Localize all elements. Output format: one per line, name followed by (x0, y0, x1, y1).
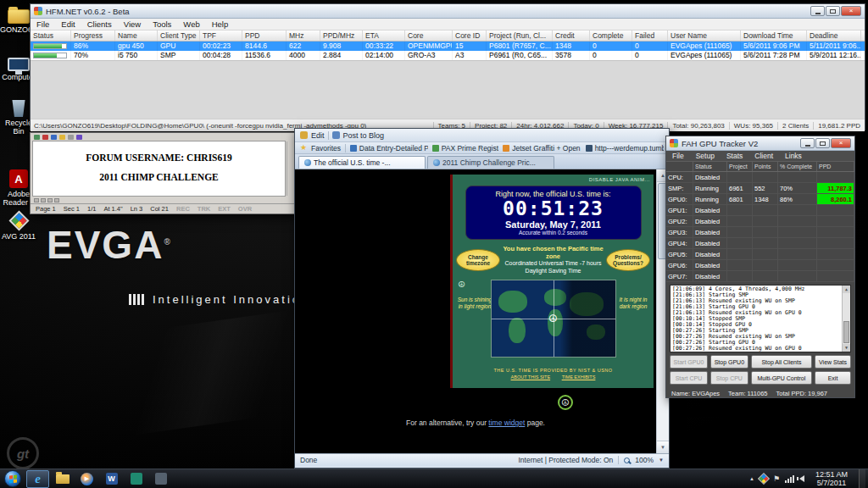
scroll-down-icon[interactable]: ▼ (843, 344, 850, 352)
taskbar-clock[interactable]: 12:51 AM 5/7/2011 (810, 470, 854, 487)
post-to-blog-button[interactable]: Post to Blog (343, 131, 385, 140)
mode-ovr[interactable]: OVR (238, 205, 252, 213)
disable-java-link[interactable]: DISABLE JAVA ANIM... (456, 177, 650, 182)
time-widget-link[interactable]: time widget (488, 419, 525, 427)
taskbar-item-app[interactable] (149, 470, 172, 488)
column-header-failed[interactable]: Failed (632, 30, 668, 41)
avg-tray-icon[interactable] (758, 473, 770, 485)
toolbar-icon[interactable] (51, 135, 57, 140)
close-button[interactable]: × (831, 138, 851, 148)
column-header-credit[interactable]: Credit (553, 30, 590, 41)
column-header-deadline[interactable]: Deadline (807, 30, 861, 41)
view-button[interactable] (34, 198, 39, 202)
minimize-button[interactable] (800, 138, 815, 148)
favorite-link-pax-prime[interactable]: PAX Prime Registration (432, 144, 498, 152)
close-button[interactable]: × (841, 6, 861, 16)
column-header-download-time[interactable]: Download Time (741, 30, 807, 41)
toolbar-icon[interactable] (59, 135, 65, 140)
favorites-button[interactable]: Favorites (311, 144, 341, 152)
column-header-progress[interactable]: Progress (71, 30, 115, 41)
change-timezone-button[interactable]: Changetimezone (456, 249, 500, 271)
menu-web[interactable]: Web (177, 19, 205, 29)
column-header-status[interactable]: Status (31, 30, 71, 41)
view-button[interactable] (41, 198, 46, 202)
menu-clients[interactable]: Clients (81, 19, 118, 29)
menu-setup[interactable]: Setup (690, 152, 721, 160)
column-header-project[interactable]: Project (Run, Cl... (487, 30, 553, 41)
ie-icon: e (35, 473, 41, 485)
client-row-gpu450[interactable]: 86% gpu 450 GPU 00:02:23 8144.6 622 9.90… (31, 42, 865, 51)
column-header-core-id[interactable]: Core ID (453, 30, 487, 41)
client-row-i5-750[interactable]: 70% i5 750 SMP 00:04:28 11536.6 4000 2.8… (31, 51, 865, 60)
tracker-log[interactable]: [21:06:09] 4 Cores, 4 Threads, 4,000 MHz… (670, 285, 851, 352)
start-button[interactable] (0, 470, 25, 487)
zoom-dropdown-icon[interactable]: ▼ (659, 458, 664, 463)
scroll-down-icon[interactable]: ▼ (657, 441, 669, 453)
taskbar-item-media-player[interactable]: ▶ (75, 470, 98, 488)
view-stats-button[interactable]: View Stats (815, 355, 851, 369)
menu-file[interactable]: File (666, 152, 690, 160)
view-button[interactable] (54, 198, 59, 202)
maximize-button[interactable] (826, 6, 840, 16)
document-page[interactable]: FORUM USERNAME: CHRIS619 2011 CHIMP CHAL… (32, 141, 286, 197)
toolbar-icon[interactable] (42, 135, 48, 140)
column-header-name[interactable]: Name (115, 30, 158, 41)
menu-edit[interactable]: Edit (55, 19, 81, 29)
time-exhibits-link[interactable]: TIME EXHIBITS (562, 374, 596, 380)
column-header-ppd-mhz[interactable]: PPD/MHz (320, 30, 363, 41)
show-hidden-icons-chevron[interactable]: ▲ (749, 476, 754, 481)
tracker-title-bar[interactable]: FAH GPU Tracker V2 × (666, 136, 854, 151)
view-button[interactable] (47, 198, 53, 202)
multi-gpu-control-button[interactable]: Multi-GPU Control (751, 371, 812, 385)
menu-view[interactable]: View (118, 19, 147, 29)
taskbar-item-ie[interactable]: e (26, 470, 49, 488)
scroll-up-icon[interactable]: ▲ (843, 286, 850, 293)
minimize-button[interactable] (810, 6, 825, 16)
toolbar-icon[interactable] (34, 135, 40, 140)
column-header-user-name[interactable]: User Name (668, 30, 741, 41)
volume-icon[interactable] (799, 475, 804, 482)
scrollbar-thumb[interactable] (843, 321, 849, 343)
column-header-mhz[interactable]: MHz (287, 30, 320, 41)
mode-ext[interactable]: EXT (218, 205, 231, 213)
taskbar-item-hfm[interactable] (125, 470, 147, 488)
cell-ppd: 8144.6 (242, 42, 287, 51)
taskbar-item-word[interactable]: W (100, 470, 123, 488)
tab-us-time[interactable]: The official U.S. time -... (298, 156, 426, 169)
show-desktop-button[interactable] (859, 469, 865, 488)
mode-rec[interactable]: REC (176, 205, 190, 213)
toolbar-icon[interactable] (68, 135, 74, 140)
favorite-link-tumblr[interactable]: http---werdemup.tumblr.co... (586, 144, 664, 152)
favorite-link-jetset-graffiti[interactable]: Jetset Graffiti + Open Editi... (503, 144, 581, 152)
hfm-title-bar[interactable]: HFM.NET v0.6.2 - Beta × (31, 4, 865, 19)
favorite-link-data-entry[interactable]: Data Entry-Detailed Part T... (350, 144, 428, 152)
column-header-core[interactable]: Core (405, 30, 453, 41)
menu-help[interactable]: Help (206, 19, 235, 29)
action-center-flag-icon[interactable]: ⚑ (773, 475, 780, 483)
about-this-site-link[interactable]: ABOUT THIS SITE (511, 374, 551, 380)
tab-favicon (433, 159, 440, 166)
column-header-complete[interactable]: Complete (590, 30, 632, 41)
mode-trk[interactable]: TRK (198, 205, 210, 213)
maximize-button[interactable] (815, 138, 830, 148)
network-icon[interactable] (785, 474, 794, 483)
toolbar-icon[interactable] (76, 135, 82, 140)
log-scrollbar[interactable]: ▲ ▼ (842, 286, 850, 352)
taskbar-item-explorer[interactable] (51, 470, 74, 488)
column-header-ppd[interactable]: PPD (242, 30, 287, 41)
column-header-tpf[interactable]: TPF (200, 30, 242, 41)
exit-button[interactable]: Exit (815, 371, 851, 385)
menu-links[interactable]: Links (779, 152, 808, 160)
menu-tools[interactable]: Tools (147, 19, 177, 29)
stop-all-clients-button[interactable]: Stop All Clients (751, 355, 812, 369)
menu-client[interactable]: Client (748, 152, 779, 160)
column-header-client-type[interactable]: Client Type (158, 30, 200, 41)
menu-stats[interactable]: Stats (721, 152, 748, 160)
zoom-level[interactable]: 100% (635, 456, 654, 464)
column-header-eta[interactable]: ETA (363, 30, 405, 41)
tab-chimp-challenge[interactable]: 2011 Chimp Challenge Pric... (427, 156, 554, 169)
stop-gpu0-button[interactable]: Stop GPU0 (710, 355, 748, 369)
problems-questions-button[interactable]: Problems/Questions? (606, 249, 650, 271)
menu-file[interactable]: File (31, 19, 55, 29)
edit-button[interactable]: Edit (311, 131, 325, 140)
